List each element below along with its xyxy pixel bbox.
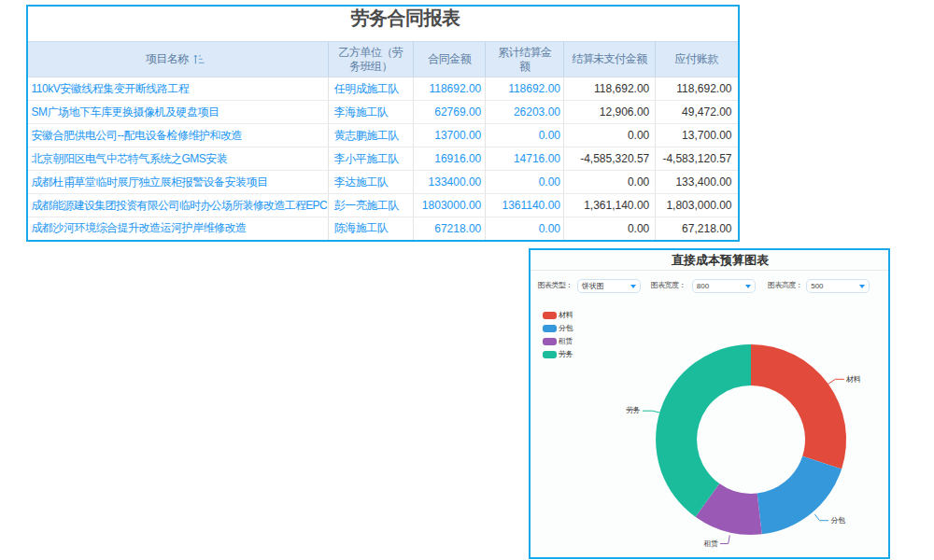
- svg-text:劳务: 劳务: [626, 406, 640, 414]
- svg-text:租赁: 租赁: [703, 539, 718, 548]
- svg-text:材料: 材料: [845, 375, 860, 384]
- svg-text:分包: 分包: [831, 516, 845, 525]
